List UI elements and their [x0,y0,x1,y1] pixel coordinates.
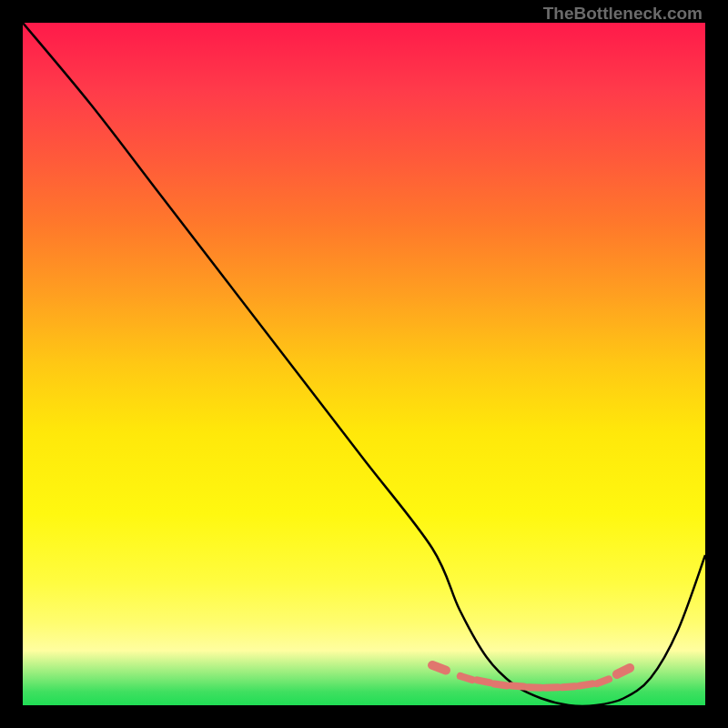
gradient-plot-area [23,23,705,705]
attribution-text: TheBottleneck.com [543,4,703,24]
